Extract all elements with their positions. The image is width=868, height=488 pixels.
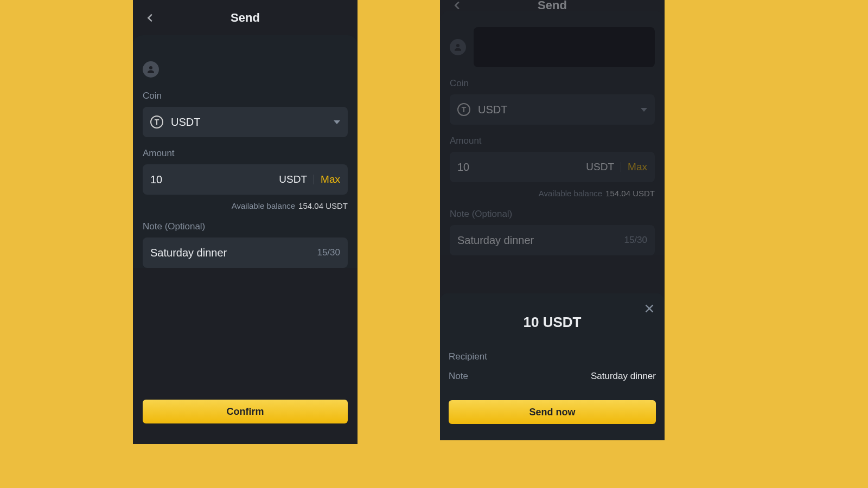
page-title: Send bbox=[440, 0, 665, 11]
confirm-sheet: 10 USDT Recipient Note Saturday dinner S… bbox=[440, 293, 665, 440]
usdt-icon: T bbox=[150, 115, 163, 129]
coin-label: Coin bbox=[450, 78, 655, 89]
sheet-amount-title: 10 USDT bbox=[449, 314, 656, 331]
usdt-icon: T bbox=[457, 103, 470, 116]
amount-label: Amount bbox=[450, 136, 655, 146]
svg-point-1 bbox=[456, 44, 459, 47]
note-section: Note (Optional) Saturday dinner 15/30 bbox=[143, 221, 348, 268]
balance-value: 154.04 USDT bbox=[605, 189, 655, 198]
chevron-down-icon bbox=[641, 108, 647, 112]
max-button[interactable]: Max bbox=[321, 174, 340, 185]
coin-label: Coin bbox=[143, 91, 348, 101]
amount-section: Amount 10 USDT Max Available balance 154… bbox=[450, 136, 655, 198]
note-row: Note Saturday dinner bbox=[449, 371, 656, 382]
note-text: Saturday dinner bbox=[457, 234, 624, 247]
divider bbox=[621, 162, 621, 172]
recipient-block bbox=[450, 21, 655, 78]
send-screen-with-sheet: Send Coin T USDT Amount 10 USDT Max bbox=[440, 0, 665, 440]
avatar bbox=[450, 39, 466, 55]
coin-symbol: USDT bbox=[478, 104, 633, 116]
coin-symbol: USDT bbox=[171, 116, 326, 129]
balance-value: 154.04 USDT bbox=[298, 201, 348, 210]
page-title: Send bbox=[133, 11, 358, 25]
balance-label: Available balance bbox=[539, 189, 602, 198]
header: Send bbox=[440, 0, 665, 11]
note-label: Note (Optional) bbox=[450, 209, 655, 220]
max-button: Max bbox=[628, 161, 647, 173]
coin-section: Coin T USDT bbox=[450, 78, 655, 125]
coin-select: T USDT bbox=[450, 94, 655, 125]
send-screen: Send Coin T USDT Amount 10 USDT Max bbox=[133, 0, 358, 444]
avatar[interactable] bbox=[143, 61, 159, 78]
svg-point-0 bbox=[149, 66, 152, 69]
note-count: 15/30 bbox=[624, 235, 647, 246]
sheet-note-label: Note bbox=[449, 371, 468, 382]
recipient-row: Recipient bbox=[449, 351, 656, 362]
send-now-button[interactable]: Send now bbox=[449, 400, 656, 424]
note-section: Note (Optional) Saturday dinner 15/30 bbox=[450, 209, 655, 255]
person-icon bbox=[453, 42, 463, 52]
amount-label: Amount bbox=[143, 148, 348, 159]
coin-section: Coin T USDT bbox=[143, 91, 348, 137]
balance-row: Available balance 154.04 USDT bbox=[450, 189, 655, 198]
note-label: Note (Optional) bbox=[143, 221, 348, 232]
sheet-note-value: Saturday dinner bbox=[591, 371, 656, 382]
amount-value: 10 bbox=[457, 161, 586, 174]
recipient-block bbox=[143, 45, 348, 91]
amount-unit: USDT bbox=[586, 161, 614, 173]
recipient-field bbox=[474, 27, 655, 67]
close-button[interactable] bbox=[642, 301, 657, 316]
chevron-down-icon bbox=[334, 120, 340, 124]
close-icon bbox=[643, 303, 655, 314]
send-form: Coin T USDT Amount 10 USDT Max Available… bbox=[133, 35, 358, 268]
recipient-label: Recipient bbox=[449, 351, 487, 362]
send-form-dimmed: Coin T USDT Amount 10 USDT Max Available… bbox=[440, 11, 665, 255]
coin-select[interactable]: T USDT bbox=[143, 107, 348, 137]
note-text: Saturday dinner bbox=[150, 247, 317, 259]
amount-value: 10 bbox=[150, 174, 279, 186]
confirm-button[interactable]: Confirm bbox=[143, 400, 348, 423]
note-input[interactable]: Saturday dinner 15/30 bbox=[143, 237, 348, 268]
balance-label: Available balance bbox=[232, 201, 295, 210]
header: Send bbox=[133, 0, 358, 35]
balance-row: Available balance 154.04 USDT bbox=[143, 201, 348, 210]
note-count: 15/30 bbox=[317, 247, 340, 258]
amount-input[interactable]: 10 USDT Max bbox=[143, 164, 348, 195]
amount-unit: USDT bbox=[279, 174, 307, 185]
note-input: Saturday dinner 15/30 bbox=[450, 225, 655, 255]
person-icon bbox=[146, 65, 156, 74]
amount-input: 10 USDT Max bbox=[450, 152, 655, 182]
amount-section: Amount 10 USDT Max Available balance 154… bbox=[143, 148, 348, 210]
divider bbox=[314, 175, 314, 184]
